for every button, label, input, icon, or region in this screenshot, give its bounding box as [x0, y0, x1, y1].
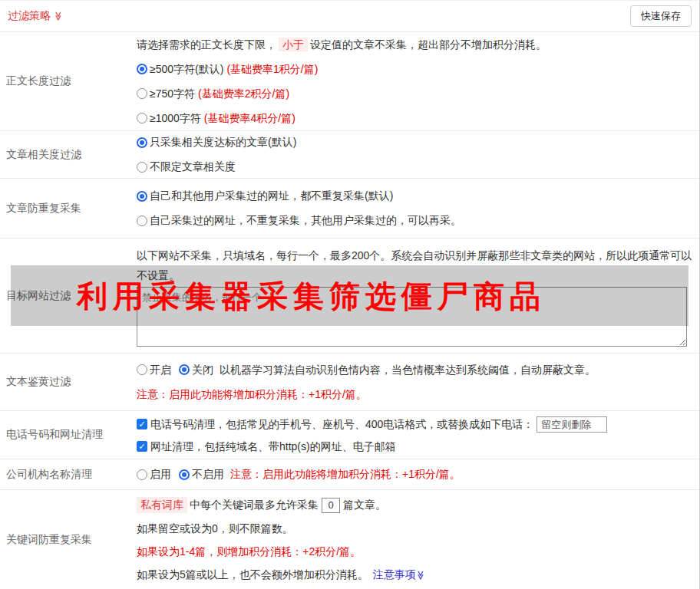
option-label: 启用 — [150, 467, 171, 482]
cost-warning-note: 注意：启用此功能将增加积分消耗：+1积分/篇。 — [230, 467, 461, 482]
row-label: 正文长度过滤 — [0, 32, 130, 130]
row-content: 开启 关闭 以机器学习算法自动识别色情内容，当色情概率达到系统阈值，自动屏蔽文章… — [130, 354, 699, 410]
radio-option-relevant-only[interactable]: 只采集相关度达标的文章(默认) — [137, 135, 693, 150]
option-label: 自己和其他用户采集过的网址，都不重复采集(默认) — [150, 189, 393, 203]
limit-text: 中每个关键词最多允许采集 — [190, 498, 319, 512]
row-dedup-collection: 文章防重复采集 自己和其他用户采集过的网址，都不重复采集(默认) 自己采集过的网… — [0, 179, 699, 239]
row-company-name-cleaning: 公司机构名称清理 启用 不启用 注意：启用此功能将增加积分消耗：+1积分/篇。 — [0, 459, 699, 490]
option-label: ≥1000字符 — [150, 111, 201, 126]
radio-option-500[interactable]: ≥500字符(默认) (基础费率1积分/篇) — [137, 62, 693, 77]
row-relevance-filter: 文章相关度过滤 只采集相关度达标的文章(默认) 不限定文章相关度 — [0, 131, 699, 179]
option-label: 不限定文章相关度 — [150, 160, 236, 174]
row-content: 私有词库 中每个关键词最多允许采集 篇文章。 如果留空或设为0，则不限篇数。 如… — [130, 490, 699, 589]
url-clean-option: ✓ 网址清理，包括纯域名、带http(s)的网址、电子邮箱 — [137, 439, 693, 454]
row-phone-url-cleaning: 电话号码和网址清理 ✓ 电话号码清理，包括常见的手机号、座机号、400电话格式，… — [0, 411, 699, 459]
radio-option-no-limit[interactable]: 不限定文章相关度 — [137, 160, 693, 174]
row-content: 启用 不启用 注意：启用此功能将增加积分消耗：+1积分/篇。 — [130, 459, 699, 489]
toggle-line: 启用 不启用 注意：启用此功能将增加积分消耗：+1积分/篇。 — [137, 467, 693, 482]
phone-clean-option: ✓ 电话号码清理，包括常见的手机号、座机号、400电话格式，或替换成如下电话： — [137, 416, 693, 433]
chevron-down-icon: ≫ — [54, 12, 63, 21]
radio-checked-icon[interactable] — [137, 137, 147, 148]
blocked-domains-textarea[interactable] — [137, 287, 687, 347]
option-cost-note: (基础费率1积分/篇) — [226, 62, 318, 77]
option-label: 开启 — [150, 363, 171, 377]
radio-checked-icon[interactable] — [137, 64, 147, 74]
row-content-length-filter: 正文长度过滤 请选择需求的正文长度下限，小于设定值的文章不采集，超出部分不增加积… — [0, 32, 699, 131]
radio-unchecked-icon[interactable] — [137, 88, 147, 99]
row-label: 文本鉴黄过滤 — [0, 354, 130, 410]
option-label: ≥750字符 — [150, 87, 195, 101]
filter-strategy-page: 过滤策略 ≫ 快速保存 正文长度过滤 请选择需求的正文长度下限，小于设定值的文章… — [0, 0, 700, 589]
option-label: 关闭 — [192, 363, 213, 377]
intro-text-before: 请选择需求的正文长度下限， — [137, 38, 276, 51]
intro-text-after: 设定值的文章不采集，超出部分不增加积分消耗。 — [310, 38, 546, 51]
cost-warning-note: 注意：启用此功能将增加积分消耗：+1积分/篇。 — [137, 387, 693, 402]
radio-option-enable[interactable]: 开启 — [137, 363, 171, 377]
top-bar: 过滤策略 ≫ 快速保存 — [0, 1, 699, 32]
option-cost-note: (基础费率2积分/篇) — [198, 87, 289, 101]
row-label: 目标网站过滤 — [0, 239, 130, 353]
row-content: 以下网站不采集，只填域名，每行一个，最多200个。系统会自动识别并屏蔽那些非文章… — [130, 239, 699, 353]
radio-checked-icon[interactable] — [179, 364, 190, 375]
row-label: 公司机构名称清理 — [0, 459, 130, 489]
radio-unchecked-icon[interactable] — [137, 469, 147, 480]
radio-option-dedup-self-only[interactable]: 自己采集过的网址，不重复采集，其他用户采集过的，可以再采。 — [137, 213, 693, 228]
radio-unchecked-icon[interactable] — [137, 216, 147, 226]
row-porn-text-filter: 文本鉴黄过滤 开启 关闭 以机器学习算法自动识别色情内容，当色情概率达到系统阈值… — [0, 354, 699, 411]
radio-option-dedup-all-users[interactable]: 自己和其他用户采集过的网址，都不重复采集(默认) — [137, 189, 693, 203]
replacement-phone-input[interactable] — [537, 416, 607, 433]
row-label: 关键词防重复采集 — [0, 490, 130, 589]
rule-one-to-four: 如果设为1-4篇，则增加积分消耗：+2积分/篇。 — [137, 545, 693, 559]
less-than-tag: 小于 — [279, 38, 308, 51]
section-title[interactable]: 过滤策略 ≫ — [8, 9, 64, 23]
quick-save-button[interactable]: 快速保存 — [630, 5, 692, 27]
rule-five-plus: 如果设为5篇或以上，也不会额外增加积分消耗。 — [137, 568, 368, 582]
rule-five-plus-line: 如果设为5篇或以上，也不会额外增加积分消耗。 注意事项 ≫ — [137, 568, 693, 582]
row-keyword-dedup: 关键词防重复采集 私有词库 中每个关键词最多允许采集 篇文章。 如果留空或设为0… — [0, 490, 699, 589]
row-content: ✓ 电话号码清理，包括常见的手机号、座机号、400电话格式，或替换成如下电话： … — [130, 411, 699, 459]
page-title: 过滤策略 — [8, 9, 51, 23]
radio-option-enable[interactable]: 启用 — [137, 467, 171, 482]
radio-option-1000[interactable]: ≥1000字符 (基础费率4积分/篇) — [137, 111, 693, 126]
rule-empty-or-zero: 如果留空或设为0，则不限篇数。 — [137, 522, 693, 536]
row-content: 只采集相关度达标的文章(默认) 不限定文章相关度 — [130, 131, 699, 178]
option-label: ≥500字符(默认) — [150, 62, 223, 77]
row-content: 请选择需求的正文长度下限，小于设定值的文章不采集，超出部分不增加积分消耗。 ≥5… — [130, 32, 699, 130]
radio-checked-icon[interactable] — [179, 469, 190, 480]
feature-description: 以机器学习算法自动识别色情内容，当色情概率达到系统阈值，自动屏蔽文章。 — [220, 363, 596, 377]
limit-text-end: 篇文章。 — [343, 498, 386, 512]
row-content: 自己和其他用户采集过的网址，都不重复采集(默认) 自己采集过的网址，不重复采集，… — [130, 179, 699, 238]
row-label: 电话号码和网址清理 — [0, 411, 130, 459]
row-label: 文章防重复采集 — [0, 179, 130, 238]
chevron-down-icon: ≫ — [416, 570, 425, 580]
toggle-line: 开启 关闭 以机器学习算法自动识别色情内容，当色情概率达到系统阈值，自动屏蔽文章… — [137, 363, 693, 377]
row-label: 文章相关度过滤 — [0, 131, 130, 178]
radio-unchecked-icon[interactable] — [137, 162, 147, 173]
radio-unchecked-icon[interactable] — [137, 364, 147, 375]
option-label: 不启用 — [192, 467, 224, 482]
keyword-limit-line: 私有词库 中每个关键词最多允许采集 篇文章。 — [137, 497, 693, 513]
checkbox-checked-icon[interactable]: ✓ — [137, 419, 147, 429]
radio-unchecked-icon[interactable] — [137, 113, 147, 123]
checkbox-label: 电话号码清理，包括常见的手机号、座机号、400电话格式，或替换成如下电话： — [150, 417, 533, 432]
private-lexicon-tag: 私有词库 — [137, 497, 187, 513]
option-cost-note: (基础费率4积分/篇) — [204, 111, 296, 126]
row-target-site-filter: 目标网站过滤 以下网站不采集，只填域名，每行一个，最多200个。系统会自动识别并… — [0, 239, 699, 354]
option-label: 只采集相关度达标的文章(默认) — [150, 135, 296, 150]
checkbox-checked-icon[interactable]: ✓ — [137, 441, 147, 452]
checkbox-label: 网址清理，包括纯域名、带http(s)的网址、电子邮箱 — [150, 439, 396, 454]
radio-checked-icon[interactable] — [137, 191, 147, 202]
notes-link[interactable]: 注意事项 — [373, 568, 416, 582]
max-articles-input[interactable] — [322, 498, 340, 513]
intro-line: 请选择需求的正文长度下限，小于设定值的文章不采集，超出部分不增加积分消耗。 — [137, 38, 693, 52]
option-label: 自己采集过的网址，不重复采集，其他用户采集过的，可以再采。 — [150, 213, 461, 228]
radio-option-disable[interactable]: 不启用 — [179, 467, 224, 482]
site-filter-description: 以下网站不采集，只填域名，每行一个，最多200个。系统会自动识别并屏蔽那些非文章… — [137, 245, 693, 285]
radio-option-750[interactable]: ≥750字符 (基础费率2积分/篇) — [137, 87, 693, 101]
radio-option-disable[interactable]: 关闭 — [179, 363, 213, 377]
